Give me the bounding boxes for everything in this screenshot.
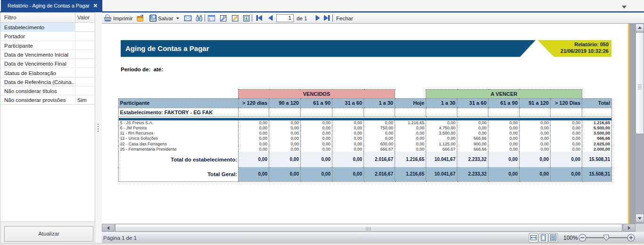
svg-text:100%: 100%: [563, 235, 578, 241]
